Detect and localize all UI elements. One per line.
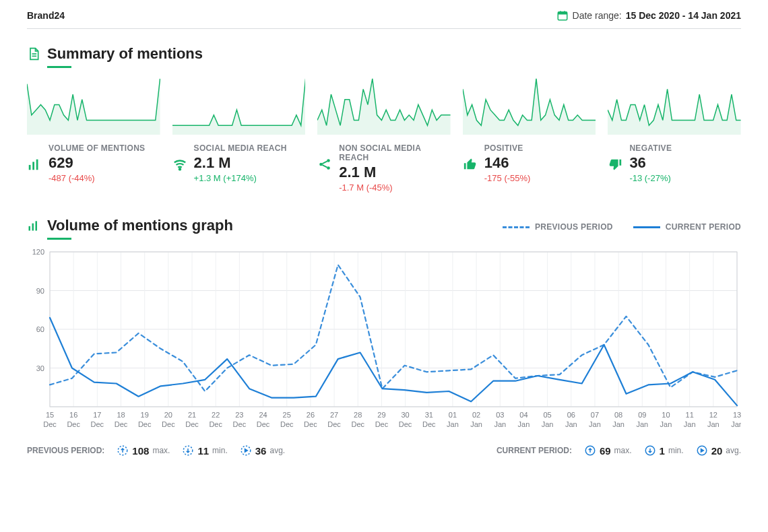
kpi-label: SOCIAL MEDIA REACH	[194, 143, 287, 153]
stat-prev-avg: 36 avg.	[240, 444, 285, 457]
svg-text:Jan: Jan	[636, 420, 648, 428]
chart-legend: PREVIOUS PERIOD CURRENT PERIOD	[503, 222, 741, 232]
arrow-down-circle-icon	[644, 444, 656, 457]
stat-value: 36	[255, 445, 267, 457]
svg-text:Dec: Dec	[257, 420, 270, 428]
chart-bar-icon	[27, 157, 42, 193]
stat-curr-min: 1 min.	[644, 444, 684, 457]
svg-rect-16	[32, 224, 34, 231]
play-circle-icon	[696, 444, 708, 457]
svg-text:01: 01	[449, 411, 457, 419]
arrow-down-circle-icon	[182, 444, 194, 457]
svg-rect-15	[29, 226, 31, 231]
kpi-delta: -175 (-55%)	[484, 173, 531, 183]
svg-text:04: 04	[519, 411, 527, 419]
arrow-up-circle-icon	[117, 444, 129, 457]
svg-text:Dec: Dec	[185, 420, 199, 428]
stats-previous-label: PREVIOUS PERIOD:	[27, 446, 104, 455]
svg-text:09: 09	[638, 411, 646, 419]
svg-text:03: 03	[496, 411, 504, 419]
svg-text:12: 12	[709, 411, 717, 419]
play-circle-icon	[240, 444, 252, 457]
svg-text:19: 19	[141, 411, 149, 419]
stats-current-label: CURRENT PERIOD:	[497, 446, 572, 455]
svg-text:Dec: Dec	[327, 420, 341, 428]
sparkline-row	[27, 75, 741, 135]
svg-text:60: 60	[36, 325, 44, 333]
stat-value: 20	[711, 445, 723, 457]
document-icon	[27, 46, 40, 61]
wifi-icon	[172, 157, 187, 193]
kpi-value: 629	[49, 154, 145, 172]
svg-text:Jan: Jan	[518, 420, 530, 428]
svg-text:06: 06	[567, 411, 575, 419]
arrow-up-circle-icon	[584, 444, 596, 457]
page-header: Brand24 Date range: 15 Dec 2020 - 14 Jan…	[27, 7, 741, 29]
calendar-icon	[556, 9, 569, 22]
stat-value: 69	[600, 445, 611, 457]
stats-current: CURRENT PERIOD: 69 max. 1 min. 20 avg.	[497, 444, 741, 457]
sparkline-nonsocial	[317, 75, 451, 135]
kpi-label: POSITIVE	[484, 143, 531, 153]
legend-previous-label: PREVIOUS PERIOD	[535, 222, 613, 232]
stat-value: 108	[132, 445, 149, 457]
summary-title-text: Summary of mentions	[47, 45, 203, 63]
svg-text:Jan: Jan	[707, 420, 719, 428]
svg-text:Jan: Jan	[447, 420, 459, 428]
svg-text:Dec: Dec	[233, 420, 247, 428]
thumb-down-icon	[608, 157, 622, 193]
svg-text:22: 22	[212, 411, 220, 419]
svg-text:05: 05	[543, 411, 551, 419]
legend-previous: PREVIOUS PERIOD	[503, 222, 613, 232]
svg-text:Jan: Jan	[660, 420, 672, 428]
stats-row: PREVIOUS PERIOD: 108 max. 11 min. 36 avg…	[27, 444, 741, 457]
stat-suffix: max.	[152, 446, 170, 455]
svg-text:30: 30	[401, 411, 409, 419]
kpi-row: VOLUME OF MENTIONS 629 -487 (-44%) SOCIA…	[27, 143, 741, 193]
stat-prev-min: 11 min.	[182, 444, 227, 457]
svg-text:Dec: Dec	[422, 420, 436, 428]
thumb-up-icon	[463, 157, 478, 193]
svg-text:17: 17	[93, 411, 101, 419]
kpi-label: VOLUME OF MENTIONS	[49, 143, 145, 153]
legend-current-label: CURRENT PERIOD	[666, 222, 741, 232]
svg-text:Dec: Dec	[91, 420, 104, 428]
stat-suffix: avg.	[726, 446, 741, 455]
stat-value: 11	[197, 445, 209, 457]
kpi-delta: +1.3 M (+174%)	[194, 173, 287, 183]
date-range-value: 15 Dec 2020 - 14 Jan 2021	[626, 10, 741, 21]
svg-text:26: 26	[307, 411, 315, 419]
svg-text:Dec: Dec	[115, 420, 128, 428]
stat-prev-max: 108 max.	[117, 444, 170, 457]
svg-text:Dec: Dec	[375, 420, 389, 428]
svg-text:Dec: Dec	[43, 420, 57, 428]
svg-text:Jan: Jan	[612, 420, 625, 428]
kpi-delta: -13 (-27%)	[629, 173, 672, 183]
sparkline-negative	[608, 75, 741, 135]
volume-graph-title-text: Volume of mentions graph	[47, 217, 233, 234]
svg-text:11: 11	[686, 411, 694, 419]
svg-text:Jan: Jan	[589, 420, 601, 428]
svg-text:24: 24	[259, 411, 267, 419]
svg-text:Jan: Jan	[731, 420, 741, 428]
stat-suffix: max.	[614, 446, 632, 455]
svg-text:Dec: Dec	[209, 420, 222, 428]
svg-text:Dec: Dec	[162, 420, 175, 428]
svg-text:Jan: Jan	[470, 420, 482, 428]
stat-value: 1	[660, 445, 665, 457]
svg-text:23: 23	[235, 411, 243, 419]
svg-text:Jan: Jan	[565, 420, 577, 428]
svg-text:Dec: Dec	[280, 420, 294, 428]
legend-line-dashed-icon	[503, 226, 530, 228]
legend-current: CURRENT PERIOD	[633, 222, 741, 232]
brand-name: Brand24	[27, 10, 65, 21]
svg-text:Jan: Jan	[494, 420, 506, 428]
kpi-value: 146	[484, 154, 531, 172]
kpi-value: 2.1 M	[339, 164, 451, 181]
kpi-label: NON SOCIAL MEDIA REACH	[339, 143, 451, 162]
chart-icon	[27, 218, 40, 233]
svg-text:21: 21	[188, 411, 196, 419]
svg-rect-8	[36, 160, 38, 170]
stat-suffix: min.	[212, 446, 228, 455]
kpi-delta: -1.7 M (-45%)	[339, 182, 451, 193]
